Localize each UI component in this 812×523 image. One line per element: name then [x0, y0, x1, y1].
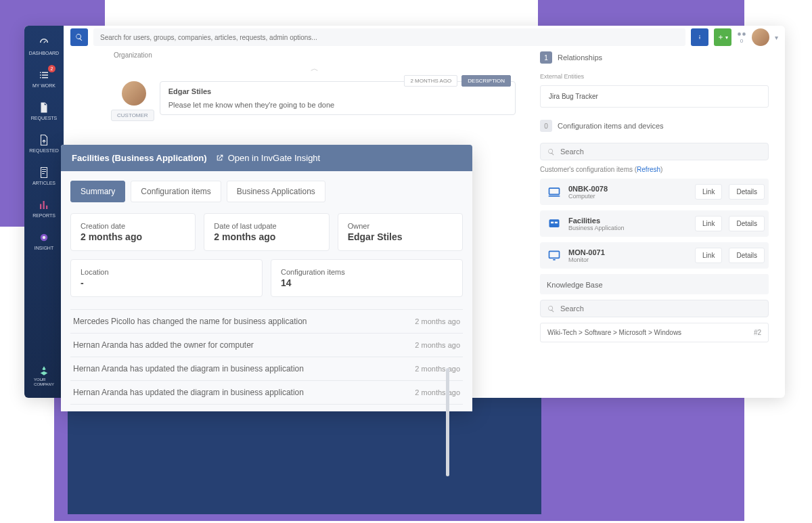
nav-requests[interactable]: REQUESTS: [24, 95, 64, 127]
right-panel: 1 Relationships External Entities Jira B…: [533, 49, 778, 346]
insight-icon: [38, 231, 50, 244]
card-creation-date: Creation date2 months ago: [70, 213, 196, 251]
config-items-count: 0: [540, 120, 552, 132]
facilities-panel: Facilities (Business Application) Open i…: [61, 145, 472, 411]
ci-type: Business Application: [568, 225, 688, 231]
log-row: Hernan Aranda has updated the diagram in…: [70, 357, 463, 381]
kb-number: #2: [754, 329, 761, 336]
chart-icon: [38, 199, 50, 211]
ci-name: Facilities: [568, 217, 688, 225]
company-logo: YOUR COMPANY: [34, 357, 54, 398]
ci-row: MON-0071Monitor Link Details: [540, 242, 769, 269]
details-button[interactable]: Details: [729, 184, 765, 200]
nav-label: REQUESTS: [31, 116, 58, 120]
ci-search[interactable]: [540, 143, 769, 160]
ci-search-input[interactable]: [560, 147, 761, 156]
external-entity-item[interactable]: Jira Bug Tracker: [540, 85, 769, 108]
gauge-icon: [38, 37, 50, 49]
nav-dashboard[interactable]: DASHBOARD: [24, 30, 64, 62]
panel-header: Facilities (Business Application) Open i…: [61, 145, 472, 171]
customer-tag: CUSTOMER: [111, 110, 154, 121]
ci-row: 0NBK-0078Computer Link Details: [540, 179, 769, 205]
description-tag: DESCRIPTION: [461, 75, 511, 87]
top-bar: ▾ 0 ▾: [64, 26, 785, 49]
comment-bubble: 2 MONTHS AGO DESCRIPTION Edgar Stiles Pl…: [160, 81, 516, 115]
relationships-count: 1: [540, 51, 552, 64]
scrollbar[interactable]: [446, 368, 449, 476]
page-icon: [38, 166, 50, 179]
link-button[interactable]: Link: [695, 248, 722, 263]
search-icon: [547, 148, 555, 156]
kb-item[interactable]: Wiki-Tech > Software > Microsoft > Windo…: [540, 323, 769, 342]
svg-point-1: [43, 236, 46, 240]
kb-breadcrumb: Wiki-Tech > Software > Microsoft > Windo…: [547, 329, 681, 336]
details-button[interactable]: Details: [729, 248, 765, 263]
tab-business-apps[interactable]: Business Applications: [227, 181, 325, 202]
document-icon: [38, 101, 50, 114]
nav-label: DASHBOARD: [29, 51, 59, 55]
nav-reports[interactable]: REPORTS: [24, 192, 64, 225]
monitor-icon: [547, 248, 562, 263]
nav-label: INSIGHT: [35, 246, 53, 250]
nav-insight[interactable]: INSIGHT: [24, 225, 64, 257]
svg-rect-5: [549, 188, 560, 194]
caret-down-icon: ▾: [725, 35, 728, 41]
open-link-label: Open in InvGate Insight: [228, 153, 321, 163]
author-name: Edgar Stiles: [168, 87, 507, 95]
application-icon: [547, 217, 562, 231]
search-input[interactable]: [93, 28, 685, 46]
breadcrumb-label: Organization: [104, 49, 525, 63]
user-menu-caret[interactable]: ▾: [775, 34, 778, 41]
external-link-icon: [215, 154, 224, 162]
kb-search[interactable]: [540, 300, 769, 317]
author-avatar: [122, 81, 146, 106]
panel-title: Facilities (Business Application): [72, 153, 207, 163]
details-button[interactable]: Details: [729, 216, 765, 231]
log-row: Hernan Aranda has updated the diagram in…: [70, 381, 463, 405]
notification-counter[interactable]: 0: [737, 31, 746, 44]
relationships-label: Relationships: [558, 53, 602, 62]
refresh-link[interactable]: Refresh: [637, 166, 660, 173]
card-owner: OwnerEdgar Stiles: [338, 213, 463, 251]
link-button[interactable]: Link: [695, 216, 722, 231]
search-icon: [547, 305, 555, 313]
ci-type: Monitor: [568, 256, 688, 263]
external-entities-label: External Entities: [540, 73, 769, 80]
ci-name: 0NBK-0078: [568, 185, 688, 193]
svg-rect-8: [555, 221, 558, 223]
info-button[interactable]: [691, 28, 708, 46]
user-avatar[interactable]: [752, 28, 769, 46]
open-in-insight-link[interactable]: Open in InvGate Insight: [215, 153, 321, 163]
svg-rect-7: [551, 221, 554, 223]
svg-rect-4: [700, 35, 700, 36]
ci-row: FacilitiesBusiness Application Link Deta…: [540, 210, 769, 237]
nav-label: REPORTS: [32, 213, 55, 218]
document-up-icon: [38, 134, 50, 146]
log-row: Mercedes Picollo has changed the name fo…: [70, 310, 463, 334]
ci-note: Customer's configuration items (Refresh): [540, 166, 769, 173]
ci-type: Computer: [568, 193, 688, 200]
side-nav: DASHBOARD 2 MY WORK REQUESTS REQUESTED A…: [24, 26, 64, 398]
list-icon: [38, 69, 50, 81]
add-button[interactable]: ▾: [714, 28, 731, 46]
kb-search-input[interactable]: [560, 304, 761, 313]
activity-log: Mercedes Picollo has changed the name fo…: [70, 309, 463, 405]
nav-my-work[interactable]: 2 MY WORK: [24, 62, 64, 95]
card-last-update: Date of last udpate2 months ago: [204, 213, 329, 251]
nav-requested[interactable]: REQUESTED: [24, 127, 64, 160]
computer-icon: [547, 185, 562, 200]
svg-rect-9: [549, 251, 560, 258]
card-location: Location-: [70, 259, 263, 297]
ci-name: MON-0071: [568, 248, 688, 256]
config-items-label: Configuration items and devices: [558, 122, 664, 130]
link-button[interactable]: Link: [695, 184, 722, 200]
panel-tabs: Summary Configuration items Business App…: [70, 181, 463, 202]
search-button[interactable]: [70, 28, 88, 46]
nav-label: REQUESTED: [29, 148, 59, 153]
comment-row: CUSTOMER 2 MONTHS AGO DESCRIPTION Edgar …: [104, 78, 525, 128]
tab-config-items[interactable]: Configuration items: [131, 181, 221, 202]
comment-text: Please let me know when they're going to…: [168, 101, 507, 109]
company-name: YOUR COMPANY: [34, 378, 54, 387]
nav-articles[interactable]: ARTICLES: [24, 160, 64, 192]
tab-summary[interactable]: Summary: [70, 181, 125, 202]
